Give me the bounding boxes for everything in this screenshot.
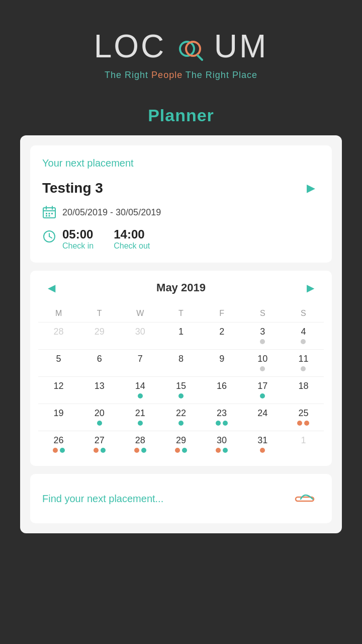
calendar-day[interactable]: 6 [79, 350, 120, 377]
calendar-day[interactable]: 20 [79, 404, 120, 431]
calendar-day[interactable]: 4 [283, 323, 324, 350]
day-dots [79, 393, 120, 399]
calendar-day[interactable]: 16 [202, 377, 242, 404]
day-number: 19 [38, 408, 79, 419]
day-number: 28 [120, 435, 160, 446]
calendar-day[interactable]: 22 [160, 404, 201, 431]
placement-section-title: Your next placement [42, 157, 320, 169]
day-number: 10 [242, 354, 283, 364]
play-button[interactable] [302, 179, 320, 197]
svg-line-2 [198, 55, 202, 60]
checkin-item: 05:00 Check in [62, 227, 94, 251]
dot [178, 421, 184, 426]
day-number: 28 [38, 327, 79, 337]
placement-dates: 20/05/2019 - 30/05/2019 [62, 207, 161, 218]
day-dots [79, 448, 120, 454]
calendar-day[interactable]: 5 [38, 350, 79, 377]
svg-rect-11 [49, 215, 50, 217]
tagline-after: The Right Place [183, 70, 257, 80]
day-number: 4 [283, 327, 324, 337]
svg-rect-9 [51, 213, 53, 214]
day-dots [38, 339, 79, 345]
calendar-day[interactable]: 14 [120, 377, 160, 404]
find-text: Find your next placement... [42, 493, 163, 505]
day-dots [242, 393, 283, 399]
calendar-day[interactable]: 18 [283, 377, 324, 404]
calendar-day[interactable]: 17 [242, 377, 283, 404]
calendar-day[interactable]: 29 [160, 431, 201, 458]
calendar-day[interactable]: 19 [38, 404, 79, 431]
calendar-day[interactable]: 28 [38, 323, 79, 350]
logo-icon [175, 34, 205, 64]
day-number: 1 [160, 327, 201, 337]
dot [141, 448, 146, 453]
calendar-icon [42, 205, 56, 219]
day-number: 15 [160, 381, 201, 391]
calendar-day[interactable]: 21 [120, 404, 160, 431]
day-number: 5 [38, 354, 79, 364]
calendar-day[interactable]: 11 [283, 350, 324, 377]
calendar-day[interactable]: 15 [160, 377, 201, 404]
dot [53, 448, 58, 453]
day-dots [38, 448, 79, 454]
calendar-day[interactable]: 12 [38, 377, 79, 404]
day-dots [79, 339, 120, 345]
day-number: 29 [160, 435, 201, 446]
calendar-day[interactable]: 30 [120, 323, 160, 350]
day-dots [242, 339, 283, 345]
day-dots [120, 366, 160, 372]
calendar-day[interactable]: 24 [242, 404, 283, 431]
calendar-day[interactable]: 26 [38, 431, 79, 458]
calendar-day[interactable]: 13 [79, 377, 120, 404]
day-dots [202, 421, 242, 427]
day-dots [120, 339, 160, 345]
calendar-day[interactable]: 23 [202, 404, 242, 431]
tagline-before: The Right [105, 70, 151, 80]
calendar-day[interactable]: 9 [202, 350, 242, 377]
logo-um: UM [214, 28, 268, 64]
dot [223, 448, 228, 453]
day-dots [283, 366, 324, 372]
day-dots [242, 448, 283, 454]
placement-name-row: Testing 3 [42, 179, 320, 197]
day-dots [160, 339, 201, 345]
svg-rect-7 [46, 213, 47, 214]
day-number: 24 [242, 408, 283, 419]
calendar-day[interactable]: 29 [79, 323, 120, 350]
dot [304, 421, 309, 426]
day-number: 13 [79, 381, 120, 391]
day-dots [202, 448, 242, 454]
calendar-day[interactable]: 25 [283, 404, 324, 431]
calendar-day[interactable]: 3 [242, 323, 283, 350]
day-dots [160, 448, 201, 454]
dot [260, 393, 265, 398]
calendar-day[interactable]: 28 [120, 431, 160, 458]
calendar-day[interactable]: 8 [160, 350, 201, 377]
dot [178, 393, 184, 398]
day-number: 12 [38, 381, 79, 391]
calendar-day[interactable]: 1 [283, 431, 324, 458]
day-dots [120, 448, 160, 454]
day-number: 18 [283, 381, 324, 391]
calendar-nav: ◀ May 2019 ▶ [38, 279, 324, 297]
calendar-day[interactable]: 10 [242, 350, 283, 377]
svg-rect-8 [49, 213, 50, 214]
calendar-day[interactable]: 7 [120, 350, 160, 377]
dot [97, 421, 102, 426]
day-dots [242, 421, 283, 427]
dot [301, 339, 306, 344]
dot [101, 448, 106, 453]
day-number: 16 [202, 381, 242, 391]
calendar-day[interactable]: 1 [160, 323, 201, 350]
calendar-day[interactable]: 30 [202, 431, 242, 458]
prev-month-button[interactable]: ◀ [42, 279, 60, 297]
next-month-button[interactable]: ▶ [302, 279, 320, 297]
checkout-item: 14:00 Check out [114, 227, 150, 251]
day-number: 29 [79, 327, 120, 337]
find-section[interactable]: Find your next placement... [30, 474, 332, 523]
calendar-day[interactable]: 2 [202, 323, 242, 350]
calendar-day[interactable]: 31 [242, 431, 283, 458]
dot [60, 448, 65, 453]
calendar-day[interactable]: 27 [79, 431, 120, 458]
day-number: 2 [202, 327, 242, 337]
